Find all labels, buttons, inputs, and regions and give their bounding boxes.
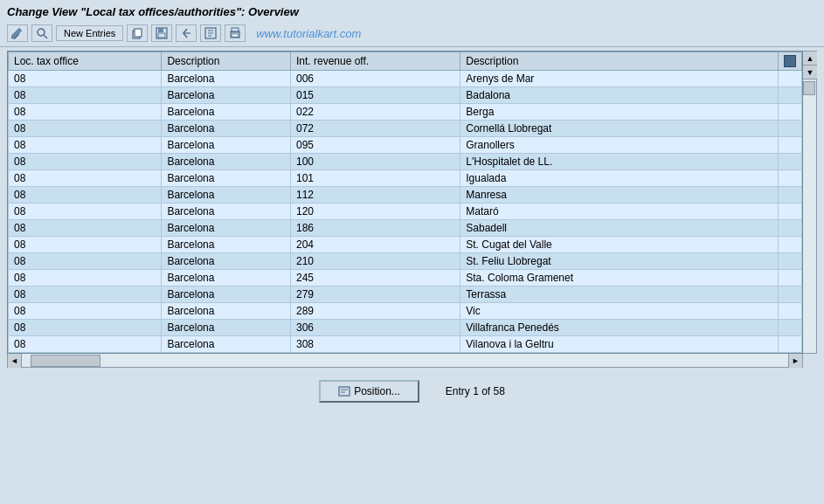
table-row[interactable]: 08Barcelona210St. Feliu Llobregat <box>9 253 802 270</box>
horizontal-scrollbar[interactable]: ◄ ► <box>7 354 803 368</box>
cell-icon-col <box>779 71 802 87</box>
cell-loc_tax_office: 08 <box>9 87 162 104</box>
cell-int_revenue_off: 112 <box>290 187 460 204</box>
cell-description2: Sta. Coloma Gramenet <box>460 270 779 287</box>
cell-description2: Granollers <box>460 137 779 154</box>
svg-rect-16 <box>232 34 239 37</box>
cell-description1: Barcelona <box>162 87 291 104</box>
print-btn[interactable] <box>225 24 246 42</box>
table-row[interactable]: 08Barcelona101Igualada <box>9 170 802 187</box>
position-btn-label: Position... <box>354 385 400 397</box>
table-row[interactable]: 08Barcelona306Villafranca Penedés <box>9 320 802 336</box>
cell-int_revenue_off: 210 <box>290 253 460 270</box>
cell-description1: Barcelona <box>162 237 291 253</box>
cell-icon-col <box>779 287 802 303</box>
save-btn[interactable] <box>151 24 172 42</box>
table-row[interactable]: 08Barcelona095Granollers <box>9 137 802 154</box>
cell-loc_tax_office: 08 <box>9 287 162 303</box>
col-header-icon <box>779 52 802 71</box>
hscroll-track <box>22 354 788 367</box>
cell-loc_tax_office: 08 <box>9 154 162 170</box>
table-row[interactable]: 08Barcelona289Vic <box>9 303 802 320</box>
cell-description2: Manresa <box>460 187 779 204</box>
cell-description2: Igualada <box>460 170 779 187</box>
new-entries-btn[interactable]: New Entries <box>56 25 123 41</box>
cell-description1: Barcelona <box>162 187 291 204</box>
cell-description1: Barcelona <box>162 253 291 270</box>
find-btn[interactable] <box>31 24 52 42</box>
table-area: Loc. tax office Description Int. revenue… <box>7 51 817 368</box>
hscroll-thumb[interactable] <box>31 355 100 367</box>
cell-description2: Cornellá Llobregat <box>460 121 779 137</box>
cell-int_revenue_off: 289 <box>290 303 460 320</box>
cell-description2: Villafranca Penedés <box>460 320 779 336</box>
cell-int_revenue_off: 245 <box>290 270 460 287</box>
table-row[interactable]: 08Barcelona186Sabadell <box>9 220 802 237</box>
svg-rect-5 <box>135 29 142 37</box>
copy-icon <box>131 27 143 39</box>
cell-description2: Vilanova i la Geltru <box>460 336 779 353</box>
cell-description2: Arenys de Mar <box>460 71 779 87</box>
print-icon <box>229 27 241 39</box>
cell-int_revenue_off: 186 <box>290 220 460 237</box>
cell-description2: Badalona <box>460 87 779 104</box>
cell-description2: Mataró <box>460 204 779 220</box>
vertical-scrollbar[interactable]: ▲ ▼ <box>803 51 817 354</box>
scroll-up-btn[interactable]: ▲ <box>803 52 817 66</box>
cell-description1: Barcelona <box>162 137 291 154</box>
watermark: www.tutorialkart.com <box>256 27 361 40</box>
back-btn[interactable] <box>176 24 197 42</box>
scroll-left-btn[interactable]: ◄ <box>8 354 22 368</box>
cell-loc_tax_office: 08 <box>9 104 162 121</box>
table-row[interactable]: 08Barcelona204St. Cugat del Valle <box>9 237 802 253</box>
cell-int_revenue_off: 006 <box>290 71 460 87</box>
cell-int_revenue_off: 308 <box>290 336 460 353</box>
table-row[interactable]: 08Barcelona022Berga <box>9 104 802 121</box>
svg-rect-17 <box>339 387 350 396</box>
cell-description1: Barcelona <box>162 121 291 137</box>
table-row[interactable]: 08Barcelona120Mataró <box>9 204 802 220</box>
table-wrapper[interactable]: Loc. tax office Description Int. revenue… <box>7 51 803 354</box>
cell-icon-col <box>779 104 802 121</box>
title-bar: Change View "Local tax offices/authoriti… <box>0 0 824 22</box>
cell-icon-col <box>779 336 802 353</box>
cell-description1: Barcelona <box>162 320 291 336</box>
toolbar: New Entries ww <box>0 22 824 47</box>
position-button[interactable]: Position... <box>319 380 419 403</box>
cell-icon-col <box>779 303 802 320</box>
table-row[interactable]: 08Barcelona308Vilanova i la Geltru <box>9 336 802 353</box>
table-row[interactable]: 08Barcelona072Cornellá Llobregat <box>9 121 802 137</box>
edit-icon <box>11 27 24 39</box>
save-icon <box>156 27 168 39</box>
footer: Position... Entry 1 of 58 <box>0 371 824 411</box>
svg-rect-7 <box>158 28 163 32</box>
cell-int_revenue_off: 306 <box>290 320 460 336</box>
table-row[interactable]: 08Barcelona279Terrassa <box>9 287 802 303</box>
cell-int_revenue_off: 095 <box>290 137 460 154</box>
cell-int_revenue_off: 204 <box>290 237 460 253</box>
export-btn[interactable] <box>200 24 221 42</box>
cell-description1: Barcelona <box>162 270 291 287</box>
scroll-right-btn[interactable]: ► <box>788 354 802 368</box>
edit-btn[interactable] <box>7 24 28 42</box>
table-row[interactable]: 08Barcelona112Manresa <box>9 187 802 204</box>
cell-description1: Barcelona <box>162 220 291 237</box>
col-header-desc1: Description <box>162 52 291 71</box>
cell-int_revenue_off: 072 <box>290 121 460 137</box>
scroll-down-btn[interactable]: ▼ <box>803 66 817 79</box>
table-row[interactable]: 08Barcelona015Badalona <box>9 87 802 104</box>
cell-description1: Barcelona <box>162 170 291 187</box>
svg-rect-8 <box>158 33 165 38</box>
cell-icon-col <box>779 270 802 287</box>
cell-loc_tax_office: 08 <box>9 336 162 353</box>
table-row[interactable]: 08Barcelona006Arenys de Mar <box>9 71 802 87</box>
table-row[interactable]: 08Barcelona245Sta. Coloma Gramenet <box>9 270 802 287</box>
cell-icon-col <box>779 320 802 336</box>
cell-loc_tax_office: 08 <box>9 220 162 237</box>
table-row[interactable]: 08Barcelona100L'Hospitalet de LL. <box>9 154 802 170</box>
cell-int_revenue_off: 022 <box>290 104 460 121</box>
scroll-thumb[interactable] <box>803 81 815 95</box>
col-header-loc-tax: Loc. tax office <box>9 52 162 71</box>
copy-btn[interactable] <box>127 24 148 42</box>
col-header-int-rev: Int. revenue off. <box>290 52 460 71</box>
